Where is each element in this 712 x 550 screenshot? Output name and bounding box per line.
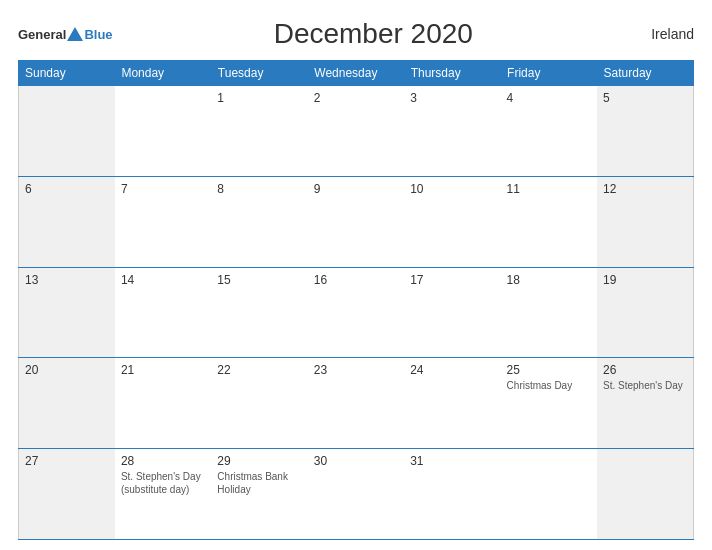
calendar-cell: 22	[211, 358, 307, 449]
calendar-cell: 26St. Stephen's Day	[597, 358, 693, 449]
calendar-cell: 17	[404, 267, 500, 358]
calendar-cell: 10	[404, 176, 500, 267]
day-number: 11	[507, 182, 591, 196]
day-number: 10	[410, 182, 494, 196]
calendar-week-3: 202122232425Christmas Day26St. Stephen's…	[19, 358, 694, 449]
day-number: 13	[25, 273, 109, 287]
calendar-cell: 18	[501, 267, 597, 358]
calendar-cell	[115, 86, 211, 177]
day-number: 4	[507, 91, 591, 105]
calendar-cell: 7	[115, 176, 211, 267]
day-number: 3	[410, 91, 494, 105]
calendar-cell: 19	[597, 267, 693, 358]
calendar-cell: 2	[308, 86, 404, 177]
calendar-cell: 8	[211, 176, 307, 267]
calendar-cell	[501, 449, 597, 540]
logo-general: General	[18, 27, 66, 42]
holiday-label: St. Stephen's Day	[603, 379, 687, 392]
logo: General Blue	[18, 27, 113, 42]
day-number: 27	[25, 454, 109, 468]
calendar-cell: 27	[19, 449, 115, 540]
day-number: 24	[410, 363, 494, 377]
header-sunday: Sunday	[19, 61, 115, 86]
day-number: 21	[121, 363, 205, 377]
calendar-table: Sunday Monday Tuesday Wednesday Thursday…	[18, 60, 694, 540]
day-number: 22	[217, 363, 301, 377]
header: General Blue December 2020 Ireland	[18, 18, 694, 50]
calendar-cell: 6	[19, 176, 115, 267]
calendar-cell: 15	[211, 267, 307, 358]
calendar-title: December 2020	[113, 18, 634, 50]
holiday-label: Christmas Bank Holiday	[217, 470, 301, 496]
calendar-cell: 20	[19, 358, 115, 449]
weekday-header-row: Sunday Monday Tuesday Wednesday Thursday…	[19, 61, 694, 86]
header-saturday: Saturday	[597, 61, 693, 86]
calendar-cell: 28St. Stephen's Day (substitute day)	[115, 449, 211, 540]
country-label: Ireland	[634, 26, 694, 42]
day-number: 28	[121, 454, 205, 468]
calendar-cell: 5	[597, 86, 693, 177]
logo-triangle-icon	[67, 27, 83, 41]
calendar-cell: 30	[308, 449, 404, 540]
day-number: 31	[410, 454, 494, 468]
holiday-label: St. Stephen's Day (substitute day)	[121, 470, 205, 496]
day-number: 30	[314, 454, 398, 468]
calendar-cell: 25Christmas Day	[501, 358, 597, 449]
calendar-cell: 9	[308, 176, 404, 267]
calendar-cell: 3	[404, 86, 500, 177]
day-number: 16	[314, 273, 398, 287]
calendar-cell: 13	[19, 267, 115, 358]
calendar-cell: 21	[115, 358, 211, 449]
calendar-cell: 4	[501, 86, 597, 177]
day-number: 5	[603, 91, 687, 105]
calendar-week-2: 13141516171819	[19, 267, 694, 358]
day-number: 12	[603, 182, 687, 196]
day-number: 26	[603, 363, 687, 377]
day-number: 19	[603, 273, 687, 287]
day-number: 7	[121, 182, 205, 196]
calendar-week-1: 6789101112	[19, 176, 694, 267]
calendar-cell: 1	[211, 86, 307, 177]
calendar-cell: 29Christmas Bank Holiday	[211, 449, 307, 540]
calendar-cell: 31	[404, 449, 500, 540]
day-number: 1	[217, 91, 301, 105]
calendar-cell: 23	[308, 358, 404, 449]
header-friday: Friday	[501, 61, 597, 86]
day-number: 18	[507, 273, 591, 287]
day-number: 8	[217, 182, 301, 196]
day-number: 20	[25, 363, 109, 377]
header-wednesday: Wednesday	[308, 61, 404, 86]
logo-blue: Blue	[84, 27, 112, 42]
calendar-cell	[597, 449, 693, 540]
calendar-cell: 12	[597, 176, 693, 267]
day-number: 9	[314, 182, 398, 196]
day-number: 23	[314, 363, 398, 377]
day-number: 15	[217, 273, 301, 287]
day-number: 17	[410, 273, 494, 287]
calendar-cell: 24	[404, 358, 500, 449]
holiday-label: Christmas Day	[507, 379, 591, 392]
calendar-cell: 11	[501, 176, 597, 267]
header-tuesday: Tuesday	[211, 61, 307, 86]
day-number: 25	[507, 363, 591, 377]
page: General Blue December 2020 Ireland Sunda…	[0, 0, 712, 550]
calendar-cell	[19, 86, 115, 177]
header-monday: Monday	[115, 61, 211, 86]
calendar-week-4: 2728St. Stephen's Day (substitute day)29…	[19, 449, 694, 540]
day-number: 14	[121, 273, 205, 287]
header-thursday: Thursday	[404, 61, 500, 86]
day-number: 2	[314, 91, 398, 105]
day-number: 6	[25, 182, 109, 196]
calendar-cell: 14	[115, 267, 211, 358]
calendar-week-0: 12345	[19, 86, 694, 177]
calendar-cell: 16	[308, 267, 404, 358]
day-number: 29	[217, 454, 301, 468]
